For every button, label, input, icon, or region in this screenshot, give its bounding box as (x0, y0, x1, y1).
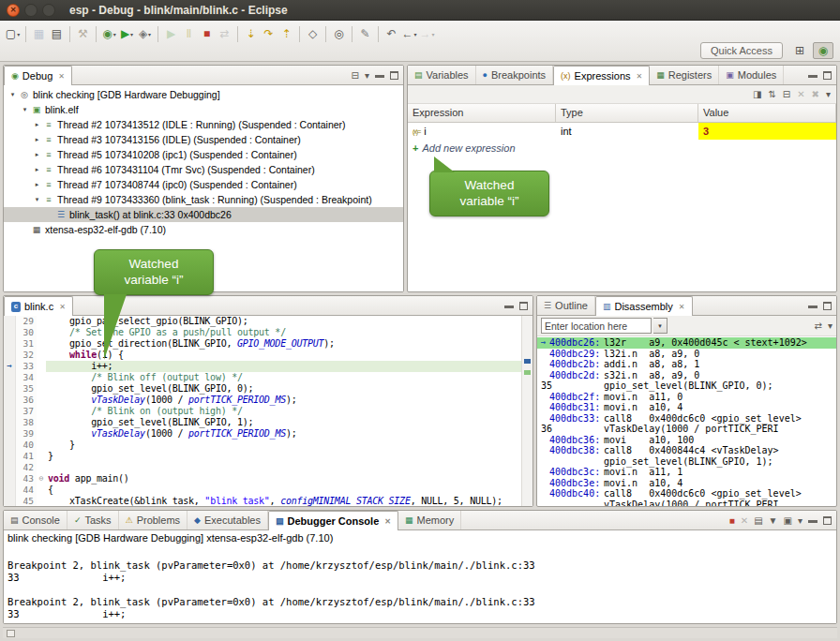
remove-all-expressions-icon[interactable]: ✖ (812, 89, 819, 99)
line-number[interactable]: 35 (16, 383, 37, 395)
scroll-lock-icon[interactable]: ▼ (769, 515, 778, 526)
location-dropdown-icon[interactable]: ▼ (653, 318, 668, 334)
column-header-expression[interactable]: Expression (408, 104, 556, 122)
maximize-view-icon[interactable] (823, 71, 832, 80)
maximize-view-icon[interactable] (390, 71, 398, 80)
line-number[interactable]: 42 (16, 462, 37, 473)
line-number[interactable]: 31 (16, 338, 37, 350)
minimize-button[interactable] (24, 4, 38, 17)
tree-expand-icon[interactable]: ▾ (8, 91, 18, 98)
forward-icon[interactable]: →▾ (418, 24, 436, 43)
annotation-gutter[interactable] (4, 383, 16, 395)
show-type-names-icon[interactable]: ◨ (753, 89, 761, 99)
pin-console-icon[interactable]: ▣ (784, 515, 792, 526)
location-input[interactable]: Enter location here (541, 318, 652, 334)
open-perspective-icon[interactable]: ⊞ (789, 42, 810, 59)
close-tab-icon[interactable]: ✕ (637, 72, 643, 81)
annotation-gutter[interactable] (4, 395, 16, 406)
annotation-gutter[interactable] (4, 372, 16, 383)
last-edit-location-icon[interactable]: ↶ (382, 24, 400, 43)
layout-icon[interactable]: ⇅ (768, 89, 775, 99)
fold-marker-icon[interactable]: ⊖ (37, 473, 46, 484)
view-menu-icon[interactable]: ▾ (798, 515, 802, 526)
annotation-gutter[interactable] (4, 316, 16, 327)
line-number[interactable]: 45 (16, 496, 37, 506)
debug-tree-item[interactable]: ▸≡Thread #6 1073431104 (Tmr Svc) (Suspen… (4, 162, 403, 177)
debug-perspective-icon[interactable]: ◉ (813, 42, 833, 59)
tab-memory[interactable]: ▦Memory (398, 511, 461, 529)
mark-occurrences-icon[interactable]: ✎ (356, 24, 374, 43)
line-number[interactable]: 44 (16, 484, 37, 496)
maximize-view-icon[interactable] (823, 302, 832, 310)
annotation-mark[interactable] (524, 359, 531, 364)
tab-expressions[interactable]: (x)Expressions✕ (553, 66, 650, 85)
run-external-icon[interactable]: ◈▾ (136, 24, 154, 43)
minimize-view-icon[interactable] (375, 72, 384, 78)
annotation-gutter[interactable] (4, 473, 16, 484)
suspend-icon[interactable]: Ⅱ (180, 24, 198, 43)
annotation-gutter[interactable] (4, 451, 16, 462)
line-number[interactable]: 40 (16, 440, 37, 451)
view-menu-icon[interactable]: ▾ (826, 89, 831, 99)
tree-expand-icon[interactable]: ▸ (32, 136, 42, 143)
column-header-value[interactable]: Value (698, 104, 836, 122)
annotation-gutter[interactable] (4, 428, 16, 440)
annotation-gutter[interactable] (4, 462, 16, 473)
line-number[interactable]: 38 (16, 417, 37, 428)
disconnect-icon[interactable]: ⇄ (216, 24, 233, 43)
minimize-view-icon[interactable] (504, 303, 514, 308)
clear-console-icon[interactable]: ▤ (754, 515, 762, 526)
view-menu-icon[interactable]: ▾ (828, 320, 832, 331)
remove-launch-icon[interactable]: ✕ (741, 515, 748, 526)
tab-executables[interactable]: ◆Executables (188, 511, 268, 529)
code-editor[interactable]: 29 gpio_pad_select_gpio(BLINK_GPIO);30 /… (4, 316, 532, 506)
debug-tree-item[interactable]: ☰blink_task() at blink.c:33 0x400dbc26 (4, 207, 403, 222)
add-expression-row[interactable]: +Add new expression (408, 140, 836, 157)
annotation-gutter[interactable] (4, 338, 16, 350)
annotation-gutter[interactable] (4, 496, 16, 506)
instruction-pointer-icon[interactable]: → (4, 361, 16, 372)
disassembly-listing[interactable]: →400dbc26:l32r a9, 0x400d045c < stext+10… (537, 336, 836, 506)
tab-tasks[interactable]: ✓Tasks (68, 511, 119, 529)
annotation-gutter[interactable] (4, 440, 16, 451)
annotation-gutter[interactable] (4, 406, 16, 417)
line-number[interactable]: 37 (16, 406, 37, 417)
print-icon[interactable]: ▤ (48, 24, 66, 43)
quick-access-button[interactable]: Quick Access (700, 42, 783, 59)
collapse-all-icon[interactable]: ⊟ (352, 70, 359, 81)
debug-tree-item[interactable]: ▸≡Thread #2 1073413512 (IDLE : Running) … (4, 117, 403, 132)
annotation-mark[interactable] (524, 370, 531, 375)
step-over-icon[interactable]: ↷ (260, 24, 278, 43)
tab-variables[interactable]: ▤Variables (408, 66, 476, 84)
close-tab-icon[interactable]: ✕ (58, 72, 65, 81)
back-icon[interactable]: ←▾ (400, 24, 418, 43)
maximize-view-icon[interactable] (823, 516, 832, 525)
maximize-view-icon[interactable] (519, 302, 528, 310)
line-number[interactable]: 34 (16, 372, 37, 383)
overview-ruler[interactable] (521, 316, 532, 506)
tree-expand-icon[interactable]: ▸ (32, 151, 42, 158)
tree-expand-icon[interactable]: ▸ (32, 166, 42, 173)
step-into-icon[interactable]: ⇣ (242, 24, 260, 43)
minimize-view-icon[interactable] (808, 303, 818, 308)
minimize-view-icon[interactable] (808, 72, 818, 78)
debug-tree-item[interactable]: ▾◎blink checking [GDB Hardware Debugging… (4, 87, 403, 102)
close-tab-icon[interactable]: ✕ (59, 303, 66, 311)
terminate-icon[interactable]: ■ (729, 515, 735, 526)
annotation-gutter[interactable] (4, 484, 16, 496)
close-tab-icon[interactable]: ✕ (384, 517, 391, 526)
close-button[interactable]: ✕ (7, 4, 20, 17)
search-icon[interactable]: ◎ (330, 24, 348, 43)
line-number[interactable]: 30 (16, 327, 37, 338)
annotation-gutter[interactable] (4, 417, 16, 428)
collapse-all-icon[interactable]: ⊟ (783, 89, 790, 99)
debug-icon[interactable]: ◉▾ (100, 24, 118, 43)
debug-tree-item[interactable]: ▾▣blink.elf (4, 102, 403, 117)
annotation-gutter[interactable] (4, 327, 16, 338)
minimize-view-icon[interactable] (808, 517, 818, 523)
tree-expand-icon[interactable]: ▸ (32, 181, 42, 188)
tab-problems[interactable]: ⚠Problems (119, 511, 188, 529)
debug-tree-item[interactable]: ▸≡Thread #5 1073410208 (ipc1) (Suspended… (4, 147, 403, 162)
build-icon[interactable]: ⚒ (74, 24, 92, 43)
line-number[interactable]: 33 (16, 361, 37, 372)
